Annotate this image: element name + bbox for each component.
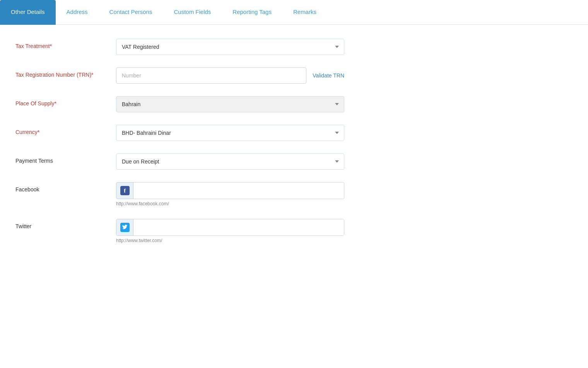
form-content: Tax Treatment* VAT Registered Non-VAT Re… bbox=[0, 25, 426, 270]
payment-terms-select-wrapper: Due on Receipt Net 15 Net 30 Net 45 Net … bbox=[116, 153, 344, 170]
tab-custom-fields[interactable]: Custom Fields bbox=[163, 0, 222, 25]
tax-treatment-row: Tax Treatment* VAT Registered Non-VAT Re… bbox=[15, 39, 410, 55]
trn-label: Tax Registration Number (TRN)* bbox=[15, 67, 116, 79]
payment-terms-field: Due on Receipt Net 15 Net 30 Net 45 Net … bbox=[116, 153, 344, 170]
tax-treatment-field: VAT Registered Non-VAT Registered GCC VA… bbox=[116, 39, 344, 55]
twitter-hint: http://www.twitter.com/ bbox=[116, 238, 344, 243]
facebook-row: Facebook f http://www.facebook.com/ bbox=[15, 182, 410, 206]
twitter-icon-box bbox=[116, 219, 133, 236]
twitter-row: Twitter http://www.twitter.com/ bbox=[15, 219, 410, 243]
facebook-input[interactable] bbox=[133, 182, 344, 199]
facebook-input-wrapper: f bbox=[116, 182, 344, 199]
tab-address[interactable]: Address bbox=[56, 0, 99, 25]
tax-treatment-select-wrapper: VAT Registered Non-VAT Registered GCC VA… bbox=[116, 39, 344, 55]
place-of-supply-label: Place Of Supply* bbox=[15, 96, 116, 108]
payment-terms-select[interactable]: Due on Receipt Net 15 Net 30 Net 45 Net … bbox=[116, 153, 344, 170]
tax-treatment-label: Tax Treatment* bbox=[15, 39, 116, 50]
facebook-label: Facebook bbox=[15, 182, 116, 194]
place-of-supply-field: Bahrain Saudi Arabia UAE Kuwait Oman Qat… bbox=[116, 96, 344, 112]
tab-bar: Other Details Address Contact Persons Cu… bbox=[0, 0, 588, 25]
twitter-icon bbox=[120, 223, 130, 232]
twitter-input[interactable] bbox=[133, 219, 344, 236]
trn-input-row: Validate TRN bbox=[116, 67, 344, 84]
facebook-icon-box: f bbox=[116, 182, 133, 199]
twitter-input-wrapper bbox=[116, 219, 344, 236]
tab-remarks[interactable]: Remarks bbox=[282, 0, 327, 25]
currency-label: Currency* bbox=[15, 125, 116, 136]
currency-select[interactable]: BHD- Bahraini Dinar USD- US Dollar EUR- … bbox=[116, 125, 344, 141]
currency-row: Currency* BHD- Bahraini Dinar USD- US Do… bbox=[15, 125, 410, 141]
payment-terms-label: Payment Terms bbox=[15, 153, 116, 165]
currency-select-wrapper: BHD- Bahraini Dinar USD- US Dollar EUR- … bbox=[116, 125, 344, 141]
trn-field: Validate TRN bbox=[116, 67, 344, 84]
trn-input[interactable] bbox=[116, 67, 306, 84]
payment-terms-row: Payment Terms Due on Receipt Net 15 Net … bbox=[15, 153, 410, 170]
trn-row: Tax Registration Number (TRN)* Validate … bbox=[15, 67, 410, 84]
currency-field: BHD- Bahraini Dinar USD- US Dollar EUR- … bbox=[116, 125, 344, 141]
validate-trn-link[interactable]: Validate TRN bbox=[313, 72, 344, 79]
tab-contact-persons[interactable]: Contact Persons bbox=[99, 0, 163, 25]
twitter-field: http://www.twitter.com/ bbox=[116, 219, 344, 243]
tab-reporting-tags[interactable]: Reporting Tags bbox=[222, 0, 282, 25]
tab-other-details[interactable]: Other Details bbox=[0, 0, 56, 25]
facebook-hint: http://www.facebook.com/ bbox=[116, 201, 344, 206]
place-of-supply-select[interactable]: Bahrain Saudi Arabia UAE Kuwait Oman Qat… bbox=[116, 96, 344, 112]
twitter-label: Twitter bbox=[15, 219, 116, 230]
facebook-field: f http://www.facebook.com/ bbox=[116, 182, 344, 206]
tax-treatment-select[interactable]: VAT Registered Non-VAT Registered GCC VA… bbox=[116, 39, 344, 55]
place-of-supply-select-wrapper: Bahrain Saudi Arabia UAE Kuwait Oman Qat… bbox=[116, 96, 344, 112]
facebook-icon: f bbox=[120, 186, 130, 195]
place-of-supply-row: Place Of Supply* Bahrain Saudi Arabia UA… bbox=[15, 96, 410, 112]
